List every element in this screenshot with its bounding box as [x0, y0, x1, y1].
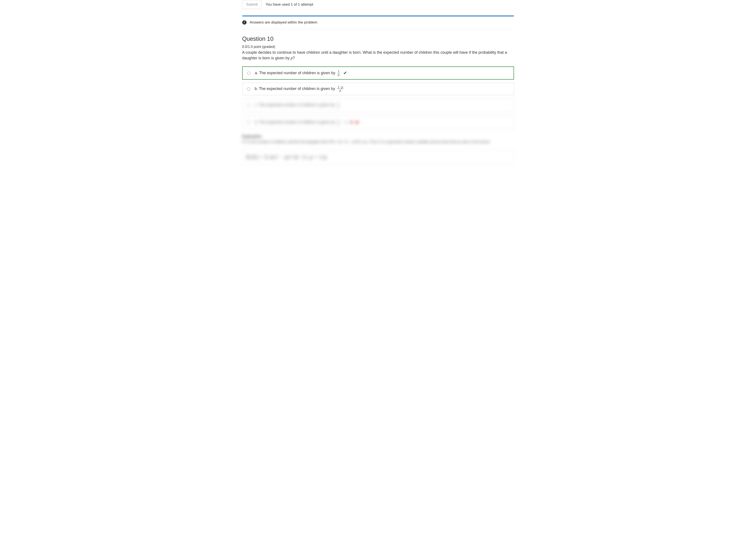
question-body-variable: p [291, 56, 293, 60]
question-title: Question 10 [242, 36, 514, 42]
section-divider [242, 15, 514, 16]
explanation-formula: E[X] = Σ k(1 − p)^{k−1} p = 1/p [242, 149, 514, 165]
choice-d-radio [247, 121, 250, 124]
choice-d-text: d. The expected number of children is gi… [255, 120, 335, 125]
submit-row: Submit You have used 1 of 1 attempt [242, 0, 514, 9]
choice-d-content: d. The expected number of children is gi… [255, 119, 358, 126]
choice-b-text: b. The expected number of children is gi… [255, 87, 335, 91]
choice-b-denominator: p [339, 89, 342, 92]
choice-a-numerator: 1 [337, 70, 340, 73]
choice-a-content: a. The expected number of children is gi… [255, 70, 347, 76]
blurred-preview-zone: c. The expected number of children is gi… [242, 98, 514, 165]
info-icon: i [242, 20, 246, 25]
choice-b-fraction: 1−p p [337, 85, 343, 93]
choice-c-denominator: p [337, 105, 340, 108]
check-icon: ✔ [343, 70, 347, 75]
explanation-body: If X is the number of children until the… [242, 139, 514, 145]
choice-c-text: c. The expected number of children is gi… [255, 103, 335, 107]
choice-d-denominator: p [337, 122, 340, 126]
choice-a-text: a. The expected number of children is gi… [255, 71, 335, 75]
question-body: A couple decides to continue to have chi… [242, 50, 514, 61]
attempt-status-text: You have used 1 of 1 attempt [266, 2, 313, 7]
choice-b-numerator: 1−p [337, 85, 343, 89]
submit-button[interactable]: Submit [242, 0, 262, 9]
choice-a-fraction: 1 p [337, 70, 340, 76]
x-icon: ✖ [350, 120, 353, 125]
choice-c-numerator: 1 [337, 101, 340, 105]
choice-c-content: c. The expected number of children is gi… [255, 101, 340, 108]
question-score: 0.0/1.0 point (graded) [242, 45, 514, 49]
choice-b-content: b. The expected number of children is gi… [255, 85, 345, 93]
choice-a-radio[interactable] [247, 71, 250, 75]
choice-c-fraction: 1 p [337, 101, 340, 108]
incorrect-dot-icon [356, 121, 358, 124]
choice-c: c. The expected number of children is gi… [242, 98, 514, 112]
choice-a[interactable]: a. The expected number of children is gi… [242, 67, 514, 80]
info-banner-text: Answers are displayed within the problem [250, 20, 318, 25]
choice-b[interactable]: b. The expected number of children is gi… [242, 83, 514, 95]
question-body-suffix: ? [293, 56, 295, 60]
choice-d: d. The expected number of children is gi… [242, 116, 514, 129]
choice-d-extra: − 1 [342, 120, 348, 125]
page-container: Submit You have used 1 of 1 attempt i An… [238, 0, 518, 178]
choice-d-numerator: 1 [337, 119, 340, 123]
choice-c-radio [247, 103, 250, 107]
info-banner: i Answers are displayed within the probl… [242, 19, 514, 29]
choice-a-denominator: p [337, 73, 340, 76]
choice-b-radio[interactable] [247, 87, 250, 91]
question-body-prefix: A couple decides to continue to have chi… [242, 50, 507, 60]
explanation-heading: Explanation [242, 135, 514, 138]
choice-d-fraction: 1 p [337, 119, 340, 126]
